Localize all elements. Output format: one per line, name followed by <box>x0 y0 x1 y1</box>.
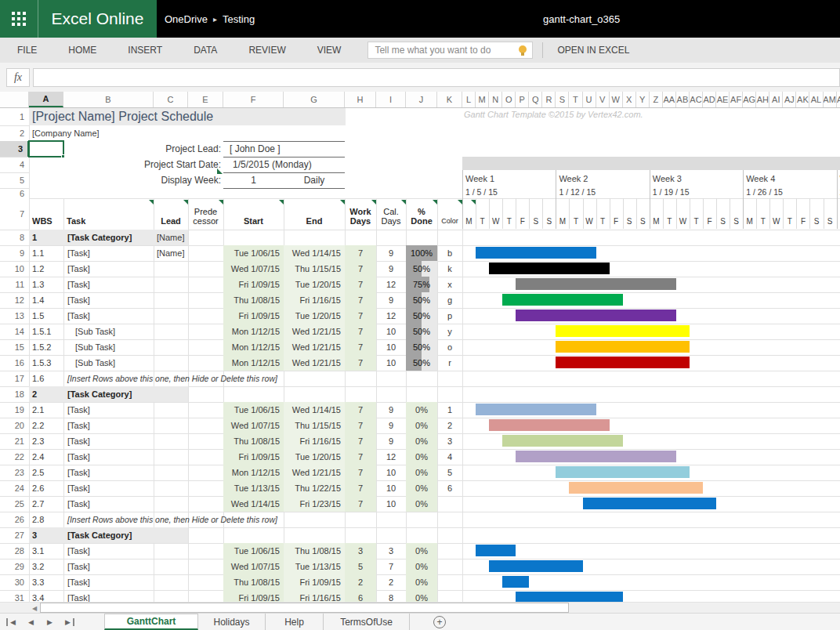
day-letter-cell[interactable]: T <box>502 213 516 229</box>
row-header-12[interactable]: 12 <box>0 292 29 308</box>
row-header-2[interactable]: 2 <box>0 125 29 141</box>
row-header-9[interactable]: 9 <box>0 245 29 261</box>
col-header-F[interactable]: F <box>223 92 284 107</box>
gantt-bar-1.4[interactable] <box>502 294 623 306</box>
cell-B11[interactable]: [Task] <box>67 277 150 292</box>
open-in-excel-button[interactable]: OPEN IN EXCEL <box>543 45 643 56</box>
cell-I15[interactable]: 10 <box>376 339 406 355</box>
col-header-T[interactable]: T <box>569 92 582 107</box>
col-header-C[interactable]: C <box>154 92 188 107</box>
day-letter-cell[interactable]: S <box>542 213 556 229</box>
row-header-29[interactable]: 29 <box>0 559 29 574</box>
breadcrumb-folder[interactable]: Testing <box>223 13 255 25</box>
cell-G29[interactable]: Tue 1/13/15 <box>284 559 345 574</box>
cell-C9[interactable]: [Name] <box>157 245 188 261</box>
next-sheet-icon[interactable]: ▶ <box>44 618 56 626</box>
cell-G21[interactable]: Fri 1/16/15 <box>284 433 345 449</box>
cell-K11[interactable]: x <box>437 277 462 292</box>
col-header-O[interactable]: O <box>502 92 516 107</box>
cell-A17[interactable]: 1.6 <box>32 371 63 386</box>
cell-F24[interactable]: Tue 1/13/15 <box>223 480 284 496</box>
cell-I29[interactable]: 7 <box>376 559 406 574</box>
table-header-work_days[interactable]: WorkDays <box>345 198 376 230</box>
cell-B30[interactable]: [Task] <box>67 574 150 590</box>
gantt-bar-1.3[interactable] <box>516 278 676 290</box>
cell-H24[interactable]: 7 <box>345 480 376 496</box>
cell-I21[interactable]: 9 <box>376 433 406 449</box>
cell-H21[interactable]: 7 <box>345 433 376 449</box>
menu-review[interactable]: REVIEW <box>233 38 301 63</box>
cell-G20[interactable]: Thu 1/15/15 <box>284 418 345 433</box>
cell-I30[interactable]: 2 <box>376 574 406 590</box>
cell-A16[interactable]: 1.5.3 <box>32 355 65 371</box>
cell-K12[interactable]: g <box>437 292 462 308</box>
day-letter-cell[interactable]: T <box>596 213 610 229</box>
col-header-AJ[interactable]: AJ <box>783 92 796 107</box>
col-header-AF[interactable]: AF <box>730 92 743 107</box>
col-header-G[interactable]: G <box>284 92 345 107</box>
scrollbar-thumb[interactable] <box>40 603 569 613</box>
breadcrumb-onedrive[interactable]: OneDrive <box>165 13 208 25</box>
cell-B17[interactable]: [Insert Rows above this one, then Hide o… <box>67 371 326 386</box>
cell-K22[interactable]: 4 <box>437 449 462 465</box>
cell-H14[interactable]: 7 <box>345 324 376 339</box>
cell-J29[interactable]: 0% <box>406 559 437 574</box>
col-header-I[interactable]: I <box>376 92 406 107</box>
row-header-7[interactable]: 7 <box>0 198 29 230</box>
day-letter-cell[interactable]: T <box>663 213 676 229</box>
col-header-AI[interactable]: AI <box>769 92 783 107</box>
cell-G15[interactable]: Wed 1/21/15 <box>284 339 345 355</box>
cell-F9[interactable]: Tue 1/06/15 <box>223 245 284 261</box>
row-header-15[interactable]: 15 <box>0 339 29 355</box>
cell-I24[interactable]: 10 <box>376 480 406 496</box>
cell-B10[interactable]: [Task] <box>67 261 150 277</box>
week-label-2[interactable]: Week 2 <box>559 172 588 186</box>
project-title-cell[interactable]: [Project Name] Project Schedule <box>32 108 213 125</box>
cell-B27[interactable]: [Task Category] <box>67 527 185 543</box>
day-letter-cell[interactable]: T <box>756 213 769 229</box>
cell-B18[interactable]: [Task Category] <box>67 386 185 402</box>
cell-G16[interactable]: Wed 1/21/15 <box>284 355 345 371</box>
col-header-AH[interactable]: AH <box>756 92 769 107</box>
cell-H19[interactable]: 7 <box>345 402 376 418</box>
row-header-11[interactable]: 11 <box>0 277 29 292</box>
prev-sheet-icon[interactable]: ◀ <box>25 618 37 626</box>
cell-A26[interactable]: 2.8 <box>32 512 63 527</box>
sheet-tab-holidays[interactable]: Holidays <box>198 614 266 630</box>
menu-home[interactable]: HOME <box>52 38 112 63</box>
company-name-cell[interactable]: [Company Name] <box>32 125 100 141</box>
cell-A12[interactable]: 1.4 <box>32 292 65 308</box>
gantt-bar-2.6[interactable] <box>569 482 703 494</box>
cell-J22[interactable]: 0% <box>406 449 437 465</box>
cell-G19[interactable]: Wed 1/14/15 <box>284 402 345 418</box>
cell-H10[interactable]: 7 <box>345 261 376 277</box>
cell-H16[interactable]: 7 <box>345 355 376 371</box>
week-date-4[interactable]: 1 / 26 / 15 <box>746 187 783 197</box>
row-header-10[interactable]: 10 <box>0 261 29 277</box>
col-header-AN[interactable]: AN <box>837 92 840 107</box>
cell-F15[interactable]: Mon 1/12/15 <box>223 339 284 355</box>
last-sheet-icon[interactable]: ▶ <box>63 618 74 626</box>
week-date-1[interactable]: 1 / 5 / 15 <box>465 187 498 197</box>
col-header-Z[interactable]: Z <box>650 92 663 107</box>
cell-B26[interactable]: [Insert Rows above this one, then Hide o… <box>67 512 326 527</box>
row-header-6[interactable]: 6 <box>0 188 29 198</box>
cell-A23[interactable]: 2.5 <box>32 465 65 480</box>
cell-F20[interactable]: Wed 1/07/15 <box>223 418 284 433</box>
cell-A14[interactable]: 1.5.1 <box>32 324 65 339</box>
col-header-Q[interactable]: Q <box>529 92 542 107</box>
week-date-3[interactable]: 1 / 19 / 15 <box>653 187 690 197</box>
col-header-M[interactable]: M <box>476 92 489 107</box>
cell-K10[interactable]: k <box>437 261 462 277</box>
week-label-1[interactable]: Week 1 <box>465 172 494 186</box>
cell-B29[interactable]: [Task] <box>67 559 150 574</box>
menu-file[interactable]: FILE <box>2 38 52 63</box>
scroll-left-icon[interactable]: ◀ <box>29 603 40 613</box>
cell-A10[interactable]: 1.2 <box>32 261 65 277</box>
cell-I19[interactable]: 9 <box>376 402 406 418</box>
cell-I12[interactable]: 9 <box>376 292 406 308</box>
col-header-S[interactable]: S <box>556 92 569 107</box>
cell-F19[interactable]: Tue 1/06/15 <box>223 402 284 418</box>
day-letter-cell[interactable]: M <box>743 213 756 229</box>
table-header-color[interactable]: Color <box>437 198 462 230</box>
